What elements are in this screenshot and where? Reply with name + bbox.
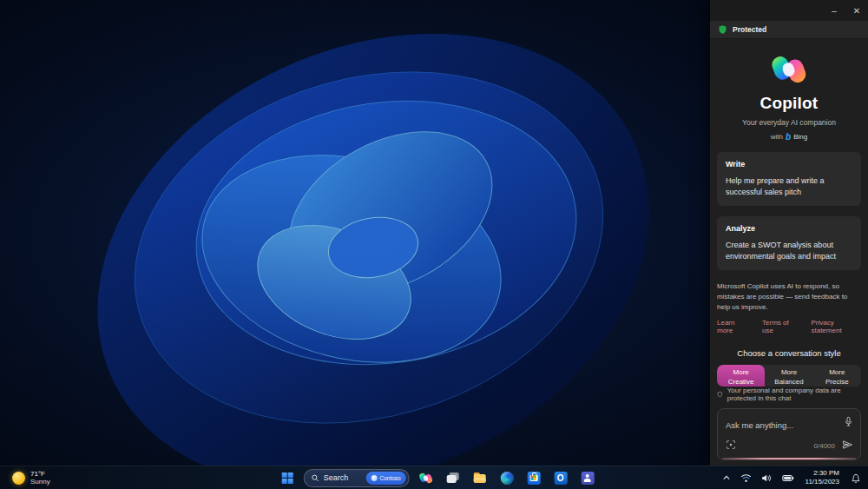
battery-icon[interactable] — [780, 472, 796, 484]
weather-temp: 71°F — [30, 470, 50, 478]
wifi-icon[interactable] — [739, 472, 753, 485]
task-view-icon — [446, 471, 460, 485]
style-label-line2: Creative — [719, 378, 763, 387]
legal-links: Learn more Terms of use Privacy statemen… — [717, 319, 861, 334]
copilot-logo — [717, 53, 861, 86]
close-button[interactable]: ✕ — [845, 0, 868, 21]
file-explorer-icon — [473, 471, 487, 485]
taskbar-icon-edge[interactable] — [496, 468, 517, 487]
minimize-button[interactable]: – — [823, 0, 845, 21]
search-badge-label: Contoso — [379, 475, 400, 481]
chat-input[interactable] — [726, 420, 838, 430]
start-button[interactable] — [277, 468, 298, 487]
conversation-style-selector: More Creative More Balanced More Precise — [717, 365, 861, 387]
microsoft-store-icon — [527, 472, 540, 485]
style-more-balanced[interactable]: More Balanced — [765, 365, 812, 387]
copilot-logo-icon — [771, 53, 807, 86]
tray-time: 2:30 PM — [813, 469, 839, 478]
search-highlight-badge[interactable]: Contoso — [365, 472, 405, 485]
protected-label: Protected — [733, 25, 766, 34]
tray-clock[interactable]: 2:30 PM 11/15/2023 — [802, 468, 843, 486]
copilot-panel: – ✕ Protected — [710, 0, 868, 466]
input-accent-underline — [722, 458, 856, 459]
card-title: Analyze — [726, 224, 852, 233]
contoso-badge-icon — [371, 475, 377, 481]
with-bing-row: with b Bing — [717, 132, 861, 142]
taskbar-icon-outlook[interactable]: O — [550, 468, 571, 487]
card-body: Help me prepare and write a successful s… — [726, 175, 852, 198]
teams-icon — [581, 472, 594, 485]
search-box[interactable]: Search Contoso — [304, 469, 410, 487]
data-protection-text: Your personal and company data are prote… — [727, 387, 861, 402]
card-body: Create a SWOT analysis about environment… — [726, 240, 852, 262]
windows-logo-icon — [281, 472, 293, 484]
privacy-statement-link[interactable]: Privacy statement — [811, 319, 861, 334]
search-label: Search — [324, 473, 362, 482]
taskbar-icon-microsoft-store[interactable] — [523, 468, 544, 487]
protected-status-bar: Protected — [710, 21, 868, 39]
chat-input-box[interactable]: 0/4000 — [717, 408, 861, 460]
ai-disclaimer: Microsoft Copilot uses AI to respond, so… — [717, 281, 861, 313]
tray-date: 11/15/2023 — [806, 478, 839, 486]
with-label: with — [771, 133, 783, 141]
copilot-panel-body: Copilot Your everyday AI companion with … — [710, 39, 868, 466]
send-icon[interactable] — [842, 438, 853, 453]
taskbar-icon-copilot[interactable] — [416, 468, 437, 487]
copilot-taskbar-icon — [419, 472, 433, 485]
outlook-icon: O — [554, 472, 567, 485]
style-label-line1: More — [815, 368, 859, 378]
learn-more-link[interactable]: Learn more — [717, 319, 749, 334]
edge-icon — [500, 472, 513, 485]
suggestion-card-write[interactable]: Write Help me prepare and write a succes… — [717, 152, 861, 206]
taskbar-icon-task-view[interactable] — [443, 468, 464, 487]
copilot-panel-titlebar: – ✕ — [710, 0, 868, 21]
style-label-line1: More — [719, 368, 763, 378]
input-footer: 0/4000 — [726, 438, 853, 453]
shield-outline-icon — [717, 390, 723, 399]
conversation-style-heading: Choose a conversation style — [717, 348, 861, 358]
search-icon — [312, 474, 319, 482]
bing-icon: b — [786, 132, 791, 142]
style-label-line2: Precise — [815, 378, 859, 387]
shield-protected-icon — [718, 24, 727, 35]
character-counter: 0/4000 — [814, 442, 835, 450]
microphone-icon[interactable] — [844, 415, 853, 431]
system-tray: 2:30 PM 11/15/2023 — [720, 466, 863, 489]
card-title: Write — [726, 160, 852, 169]
screenshot-capture-icon[interactable] — [726, 438, 736, 453]
bing-label: Bing — [793, 133, 807, 141]
suggestion-card-analyze[interactable]: Analyze Create a SWOT analysis about env… — [717, 216, 861, 270]
tray-overflow-chevron[interactable] — [720, 472, 733, 483]
sun-icon — [12, 472, 25, 485]
taskbar-icon-teams[interactable] — [577, 468, 598, 487]
style-more-creative[interactable]: More Creative — [717, 365, 765, 387]
volume-icon[interactable] — [760, 472, 774, 485]
copilot-title: Copilot — [717, 94, 861, 113]
terms-of-use-link[interactable]: Terms of use — [762, 319, 798, 334]
weather-condition: Sunny — [30, 478, 50, 486]
taskbar: 71°F Sunny Search Contoso — [0, 466, 868, 489]
data-protection-note: Your personal and company data are prote… — [717, 387, 861, 402]
notification-bell-icon[interactable] — [849, 471, 863, 486]
copilot-subtitle: Your everyday AI companion — [717, 118, 861, 127]
style-label-line1: More — [766, 368, 811, 378]
taskbar-icon-file-explorer[interactable] — [470, 468, 490, 487]
weather-widget[interactable]: 71°F Sunny — [7, 466, 56, 489]
style-more-precise[interactable]: More Precise — [813, 365, 861, 387]
taskbar-center: Search Contoso — [277, 466, 598, 489]
style-label-line2: Balanced — [766, 378, 811, 387]
screen: – ✕ Protected — [0, 0, 868, 489]
